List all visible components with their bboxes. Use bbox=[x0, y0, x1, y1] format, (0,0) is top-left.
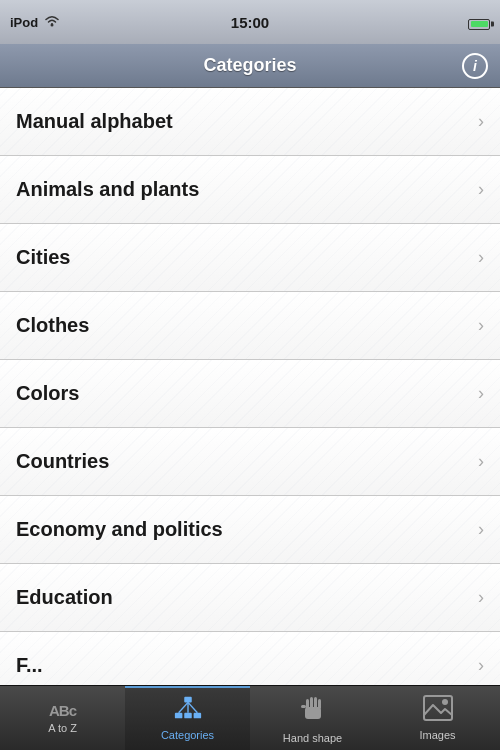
chevron-right-icon: › bbox=[478, 383, 484, 404]
list-item[interactable]: Clothes › bbox=[0, 292, 500, 360]
list-item[interactable]: F... › bbox=[0, 632, 500, 685]
list-item[interactable]: Education › bbox=[0, 564, 500, 632]
chevron-right-icon: › bbox=[478, 179, 484, 200]
chevron-right-icon: › bbox=[478, 587, 484, 608]
category-label: Economy and politics bbox=[16, 518, 223, 541]
list-item[interactable]: Cities › bbox=[0, 224, 500, 292]
list-item[interactable]: Colors › bbox=[0, 360, 500, 428]
wifi-icon bbox=[44, 15, 60, 30]
tab-label-images: Images bbox=[419, 729, 455, 741]
svg-line-5 bbox=[178, 702, 187, 712]
category-label: Clothes bbox=[16, 314, 89, 337]
svg-rect-1 bbox=[184, 697, 192, 703]
tab-images[interactable]: Images bbox=[375, 686, 500, 750]
info-button[interactable]: i bbox=[462, 53, 488, 79]
category-label: Countries bbox=[16, 450, 109, 473]
svg-point-0 bbox=[51, 23, 54, 26]
category-label: F... bbox=[16, 654, 43, 677]
list-item[interactable]: Countries › bbox=[0, 428, 500, 496]
svg-rect-2 bbox=[174, 713, 182, 719]
category-label: Cities bbox=[16, 246, 70, 269]
chevron-right-icon: › bbox=[478, 655, 484, 676]
images-icon bbox=[423, 695, 453, 725]
svg-line-7 bbox=[188, 702, 197, 712]
hand-icon bbox=[299, 693, 327, 728]
svg-rect-9 bbox=[306, 699, 309, 709]
tab-a-to-z[interactable]: ABc A to Z bbox=[0, 686, 125, 750]
abc-icon: ABc bbox=[49, 703, 76, 718]
svg-rect-13 bbox=[301, 705, 306, 708]
svg-rect-12 bbox=[318, 699, 321, 709]
tab-label-a-to-z: A to Z bbox=[48, 722, 77, 734]
svg-point-15 bbox=[442, 699, 448, 705]
tab-label-categories: Categories bbox=[161, 729, 214, 741]
status-bar: iPod 15:00 bbox=[0, 0, 500, 44]
chevron-right-icon: › bbox=[478, 315, 484, 336]
carrier-label: iPod bbox=[10, 15, 38, 30]
tab-bar: ABc A to Z Categories bbox=[0, 685, 500, 750]
list-item[interactable]: Manual alphabet › bbox=[0, 88, 500, 156]
time-display: 15:00 bbox=[231, 14, 269, 31]
chevron-right-icon: › bbox=[478, 451, 484, 472]
tab-label-hand-shape: Hand shape bbox=[283, 732, 342, 744]
tab-categories[interactable]: Categories bbox=[125, 686, 250, 750]
svg-rect-3 bbox=[184, 713, 192, 719]
chevron-right-icon: › bbox=[478, 519, 484, 540]
list-item[interactable]: Animals and plants › bbox=[0, 156, 500, 224]
tab-hand-shape[interactable]: Hand shape bbox=[250, 686, 375, 750]
svg-rect-4 bbox=[193, 713, 201, 719]
chevron-right-icon: › bbox=[478, 247, 484, 268]
category-label: Colors bbox=[16, 382, 79, 405]
category-label: Animals and plants bbox=[16, 178, 199, 201]
battery-icon bbox=[468, 13, 490, 31]
svg-rect-10 bbox=[310, 697, 313, 709]
category-list: Manual alphabet › Animals and plants › C… bbox=[0, 88, 500, 685]
svg-rect-14 bbox=[424, 696, 452, 720]
list-item[interactable]: Economy and politics › bbox=[0, 496, 500, 564]
nav-title: Categories bbox=[203, 55, 296, 76]
nav-bar: Categories i bbox=[0, 44, 500, 88]
category-label: Manual alphabet bbox=[16, 110, 173, 133]
network-icon bbox=[173, 695, 203, 725]
svg-rect-11 bbox=[314, 697, 317, 709]
chevron-right-icon: › bbox=[478, 111, 484, 132]
category-label: Education bbox=[16, 586, 113, 609]
